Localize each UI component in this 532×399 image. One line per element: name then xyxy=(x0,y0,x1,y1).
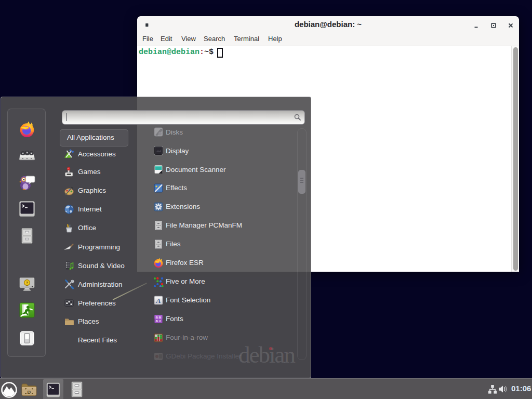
svg-text:D: D xyxy=(28,389,31,395)
svg-text:a: a xyxy=(156,315,158,319)
svg-text:A: A xyxy=(155,297,161,304)
svg-text:a: a xyxy=(159,318,161,323)
svg-text:?: ? xyxy=(26,281,29,285)
svg-text:a: a xyxy=(156,319,158,323)
